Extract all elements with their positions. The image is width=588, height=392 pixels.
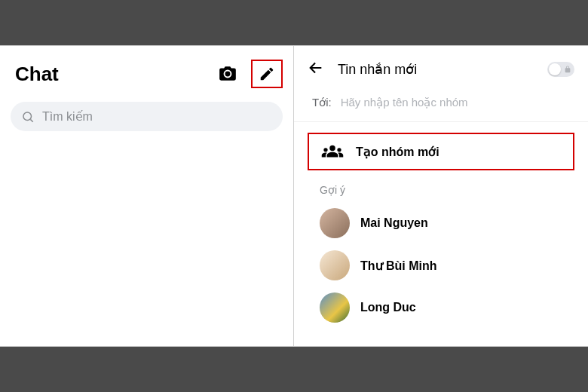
group-icon [321,143,344,160]
search-input[interactable]: Tìm kiếm [11,102,283,131]
arrow-left-icon [308,60,324,76]
avatar [320,250,350,280]
chat-list-panel: Chat Tìm kiếm [0,46,294,346]
app-container: Chat Tìm kiếm [0,45,588,347]
search-placeholder: Tìm kiếm [42,109,93,124]
contact-item[interactable]: Thư Bùi Minh [294,244,588,286]
svg-point-0 [23,112,32,121]
new-message-header: Tin nhắn mới [294,54,588,90]
contact-item[interactable]: Long Duc [294,286,588,329]
contact-name: Thư Bùi Minh [360,259,437,273]
svg-point-5 [337,148,341,152]
new-message-panel: Tin nhắn mới Tới: Hãy nhập tên hoặc nhóm… [294,46,588,346]
secret-toggle[interactable] [547,62,574,77]
contact-name: Mai Nguyen [360,216,428,230]
search-icon [21,110,35,124]
avatar [320,292,350,323]
page-title: Chat [15,63,59,86]
create-group-label: Tạo nhóm mới [356,145,439,159]
camera-button[interactable] [218,64,237,84]
suggestions-label: Gợi ý [294,181,588,202]
pencil-icon [259,66,275,82]
new-message-title: Tin nhắn mới [338,61,534,78]
svg-point-3 [329,145,335,152]
lock-icon [564,65,571,74]
header-actions [218,60,283,88]
back-button[interactable] [308,60,324,79]
recipient-input[interactable]: Hãy nhập tên hoặc nhóm [341,96,468,109]
avatar [320,208,350,238]
contact-item[interactable]: Mai Nguyen [294,202,588,244]
svg-line-1 [30,119,32,121]
create-group-button[interactable]: Tạo nhóm mới [308,133,574,170]
chat-header: Chat [0,54,293,99]
recipient-row: Tới: Hãy nhập tên hoặc nhóm [294,90,588,122]
contact-name: Long Duc [360,301,416,314]
compose-button[interactable] [251,60,283,88]
to-label: Tới: [312,96,332,109]
camera-icon [218,64,237,84]
svg-point-4 [323,148,327,152]
